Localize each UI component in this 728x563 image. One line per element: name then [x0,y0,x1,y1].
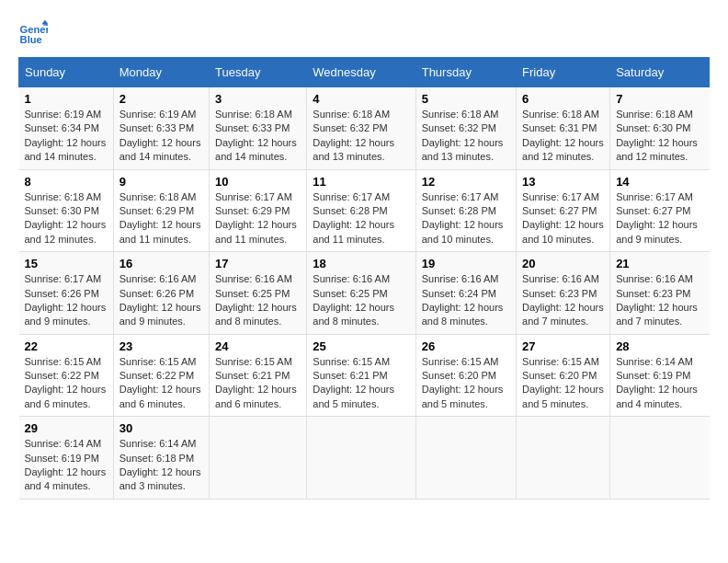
calendar-cell: 3 Sunrise: 6:18 AM Sunset: 6:33 PM Dayli… [210,87,307,170]
daylight-label: Daylight: 12 hours and 13 minutes. [313,137,394,162]
sunrise-label: Sunrise: 6:15 AM [522,356,599,367]
calendar-cell: 13 Sunrise: 6:17 AM Sunset: 6:27 PM Dayl… [517,169,610,252]
day-info: Sunrise: 6:18 AM Sunset: 6:31 PM Dayligh… [522,108,604,165]
calendar-week-row: 29 Sunrise: 6:14 AM Sunset: 6:19 PM Dayl… [19,417,710,500]
calendar-cell: 30 Sunrise: 6:14 AM Sunset: 6:18 PM Dayl… [113,417,209,500]
day-info: Sunrise: 6:16 AM Sunset: 6:23 PM Dayligh… [522,272,604,329]
day-info: Sunrise: 6:18 AM Sunset: 6:33 PM Dayligh… [215,108,301,165]
calendar-cell [610,417,710,500]
daylight-label: Daylight: 12 hours and 5 minutes. [522,384,604,408]
day-number: 15 [25,257,108,270]
calendar-cell: 9 Sunrise: 6:18 AM Sunset: 6:29 PM Dayli… [113,169,209,252]
day-info: Sunrise: 6:15 AM Sunset: 6:22 PM Dayligh… [119,355,203,412]
calendar-cell: 27 Sunrise: 6:15 AM Sunset: 6:20 PM Dayl… [517,334,610,417]
calendar-cell: 6 Sunrise: 6:18 AM Sunset: 6:31 PM Dayli… [517,87,610,170]
daylight-label: Daylight: 12 hours and 10 minutes. [422,219,504,244]
sunset-label: Sunset: 6:25 PM [215,288,290,299]
calendar-cell: 29 Sunrise: 6:14 AM Sunset: 6:19 PM Dayl… [19,417,114,500]
calendar-cell: 5 Sunrise: 6:18 AM Sunset: 6:32 PM Dayli… [415,87,516,170]
daylight-label: Daylight: 12 hours and 11 minutes. [119,219,201,244]
daylight-label: Daylight: 12 hours and 14 minutes. [119,137,201,162]
calendar-cell [210,417,307,500]
day-info: Sunrise: 6:18 AM Sunset: 6:29 PM Dayligh… [119,190,203,247]
daylight-label: Daylight: 12 hours and 4 minutes. [616,384,698,408]
day-number: 7 [616,92,703,106]
sunset-label: Sunset: 6:23 PM [522,288,597,299]
daylight-label: Daylight: 12 hours and 3 minutes. [119,466,201,491]
daylight-label: Daylight: 12 hours and 4 minutes. [25,466,107,491]
day-number: 29 [25,421,108,435]
weekday-header-wednesday: Wednesday [307,58,415,87]
calendar-cell: 24 Sunrise: 6:15 AM Sunset: 6:21 PM Dayl… [210,334,307,417]
logo: General Blue [18,18,51,48]
day-number: 14 [616,175,703,189]
calendar-week-row: 1 Sunrise: 6:19 AM Sunset: 6:34 PM Dayli… [19,87,710,170]
calendar-cell: 15 Sunrise: 6:17 AM Sunset: 6:26 PM Dayl… [19,252,114,335]
weekday-header-tuesday: Tuesday [210,58,307,87]
sunset-label: Sunset: 6:27 PM [522,205,597,216]
calendar-cell: 12 Sunrise: 6:17 AM Sunset: 6:28 PM Dayl… [415,169,516,252]
sunset-label: Sunset: 6:26 PM [25,288,99,299]
sunrise-label: Sunrise: 6:16 AM [215,273,292,284]
daylight-label: Daylight: 12 hours and 13 minutes. [422,137,504,162]
day-number: 16 [119,257,203,270]
day-number: 24 [215,339,301,353]
sunrise-label: Sunrise: 6:15 AM [215,356,292,367]
day-number: 4 [313,92,409,106]
weekday-header-row: SundayMondayTuesdayWednesdayThursdayFrid… [19,58,710,87]
sunrise-label: Sunrise: 6:19 AM [119,109,197,120]
calendar-cell: 23 Sunrise: 6:15 AM Sunset: 6:22 PM Dayl… [113,334,209,417]
day-info: Sunrise: 6:14 AM Sunset: 6:19 PM Dayligh… [25,437,108,494]
day-info: Sunrise: 6:17 AM Sunset: 6:28 PM Dayligh… [313,190,409,247]
sunrise-label: Sunrise: 6:15 AM [422,356,499,367]
day-info: Sunrise: 6:17 AM Sunset: 6:29 PM Dayligh… [215,190,301,247]
day-number: 18 [313,257,409,270]
day-number: 1 [25,92,108,106]
weekday-header-friday: Friday [517,58,610,87]
calendar-cell: 28 Sunrise: 6:14 AM Sunset: 6:19 PM Dayl… [610,334,710,417]
sunset-label: Sunset: 6:22 PM [25,370,99,381]
daylight-label: Daylight: 12 hours and 6 minutes. [215,384,297,408]
day-info: Sunrise: 6:16 AM Sunset: 6:26 PM Dayligh… [119,272,203,329]
weekday-header-saturday: Saturday [610,58,710,87]
calendar-week-row: 8 Sunrise: 6:18 AM Sunset: 6:30 PM Dayli… [19,169,710,252]
day-info: Sunrise: 6:15 AM Sunset: 6:21 PM Dayligh… [313,355,409,412]
sunset-label: Sunset: 6:19 PM [616,370,690,381]
sunset-label: Sunset: 6:19 PM [25,453,99,464]
sunset-label: Sunset: 6:34 PM [25,122,99,133]
day-number: 30 [119,421,203,435]
day-info: Sunrise: 6:18 AM Sunset: 6:32 PM Dayligh… [422,108,510,165]
daylight-label: Daylight: 12 hours and 10 minutes. [522,219,604,244]
sunset-label: Sunset: 6:23 PM [616,288,690,299]
sunrise-label: Sunrise: 6:17 AM [422,191,499,202]
sunrise-label: Sunrise: 6:17 AM [616,191,693,202]
sunrise-label: Sunrise: 6:16 AM [313,273,390,284]
day-number: 9 [119,175,203,189]
calendar-week-row: 15 Sunrise: 6:17 AM Sunset: 6:26 PM Dayl… [19,252,710,335]
sunrise-label: Sunrise: 6:18 AM [313,109,390,120]
calendar-cell: 2 Sunrise: 6:19 AM Sunset: 6:33 PM Dayli… [113,87,209,170]
day-number: 8 [25,175,108,189]
day-info: Sunrise: 6:15 AM Sunset: 6:22 PM Dayligh… [25,355,108,412]
sunrise-label: Sunrise: 6:15 AM [313,356,390,367]
sunset-label: Sunset: 6:33 PM [215,122,290,133]
sunset-label: Sunset: 6:21 PM [313,370,387,381]
calendar-cell [415,417,516,500]
day-info: Sunrise: 6:16 AM Sunset: 6:23 PM Dayligh… [616,272,703,329]
calendar-cell: 8 Sunrise: 6:18 AM Sunset: 6:30 PM Dayli… [19,169,114,252]
sunset-label: Sunset: 6:25 PM [313,288,387,299]
calendar-cell: 25 Sunrise: 6:15 AM Sunset: 6:21 PM Dayl… [307,334,415,417]
calendar-cell: 17 Sunrise: 6:16 AM Sunset: 6:25 PM Dayl… [210,252,307,335]
day-number: 2 [119,92,203,106]
sunset-label: Sunset: 6:32 PM [422,122,496,133]
sunset-label: Sunset: 6:28 PM [313,205,387,216]
day-number: 26 [422,339,510,353]
daylight-label: Daylight: 12 hours and 5 minutes. [422,384,504,408]
daylight-label: Daylight: 12 hours and 6 minutes. [25,384,107,408]
day-number: 12 [422,175,510,189]
daylight-label: Daylight: 12 hours and 12 minutes. [522,137,604,162]
sunrise-label: Sunrise: 6:15 AM [119,356,197,367]
day-number: 22 [25,339,108,353]
daylight-label: Daylight: 12 hours and 5 minutes. [313,384,394,408]
sunset-label: Sunset: 6:29 PM [119,205,194,216]
